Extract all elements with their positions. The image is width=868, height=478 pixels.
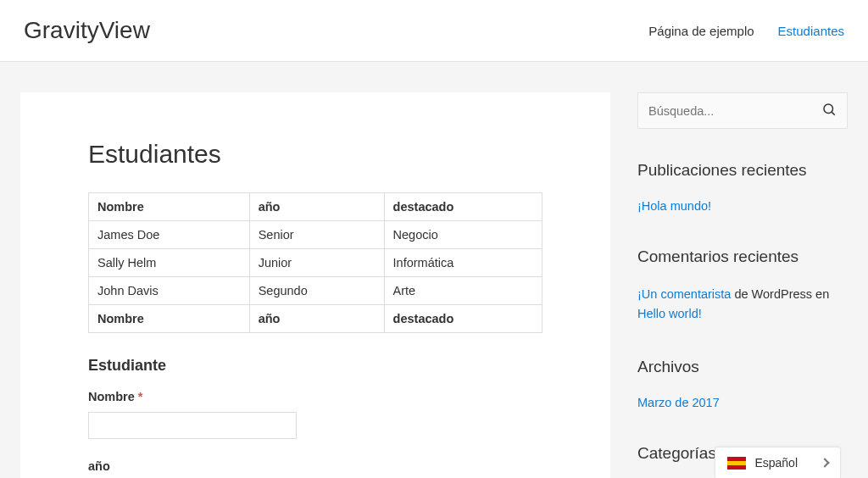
- archive-link[interactable]: Marzo de 2017: [637, 396, 720, 409]
- language-switcher[interactable]: Español: [715, 447, 841, 478]
- recent-comment-item: ¡Un comentarista de WordPress en Hello w…: [637, 285, 848, 324]
- table-row: John Davis Segundo Arte: [89, 277, 542, 305]
- recent-comments-widget: Comentarios recientes ¡Un comentarista d…: [637, 247, 848, 324]
- main-nav: Página de ejemplo Estudiantes: [648, 24, 844, 38]
- main-content: Estudiantes Nombre año destacado James D…: [20, 92, 610, 478]
- nav-link-example-page[interactable]: Página de ejemplo: [648, 24, 754, 38]
- cell-featured: Negocio: [384, 221, 542, 249]
- chevron-right-icon: [820, 458, 829, 467]
- cell-name: Sally Helm: [89, 249, 250, 277]
- nav-link-students[interactable]: Estudiantes: [778, 24, 844, 38]
- table-header-row: Nombre año destacado: [89, 193, 542, 221]
- table-footer-row: Nombre año destacado: [89, 305, 542, 333]
- search-widget: [637, 92, 848, 129]
- table-row: Sally Helm Junior Informática: [89, 249, 542, 277]
- cell-name: James Doe: [89, 221, 250, 249]
- page-title: Estudiantes: [88, 140, 542, 169]
- search-icon: [821, 102, 837, 117]
- cell-year: Junior: [249, 249, 384, 277]
- spain-flag-icon: [727, 457, 746, 470]
- svg-point-0: [824, 104, 833, 114]
- widget-title: Archivos: [637, 358, 848, 376]
- recent-post-link[interactable]: ¡Hola mundo!: [637, 199, 711, 213]
- cell-name: John Davis: [89, 277, 250, 305]
- widget-title: Publicaciones recientes: [637, 161, 848, 180]
- sidebar: Publicaciones recientes ¡Hola mundo! Com…: [637, 92, 848, 478]
- language-name: Español: [754, 456, 798, 470]
- col-footer-featured: destacado: [384, 305, 542, 333]
- search-input[interactable]: [648, 104, 821, 118]
- cell-year: Segundo: [249, 277, 384, 305]
- form-title: Estudiante: [88, 357, 542, 375]
- cell-featured: Informática: [384, 249, 542, 277]
- name-field-label: Nombre *: [88, 390, 542, 403]
- students-table: Nombre año destacado James Doe Senior Ne…: [88, 192, 542, 333]
- site-title[interactable]: GravityView: [24, 17, 150, 44]
- search-button[interactable]: [821, 102, 837, 119]
- col-header-featured: destacado: [384, 193, 542, 221]
- col-footer-name: Nombre: [89, 305, 250, 333]
- recent-posts-widget: Publicaciones recientes ¡Hola mundo!: [637, 161, 848, 214]
- name-label-text: Nombre: [88, 390, 135, 403]
- widget-title: Comentarios recientes: [637, 247, 848, 266]
- page-container: Estudiantes Nombre año destacado James D…: [0, 62, 868, 478]
- comment-author-link[interactable]: ¡Un comentarista: [637, 287, 731, 301]
- cell-featured: Arte: [384, 277, 542, 305]
- comment-middle-text: de WordPress en: [731, 287, 829, 301]
- col-header-name: Nombre: [89, 193, 250, 221]
- required-indicator: *: [138, 390, 143, 403]
- archives-widget: Archivos Marzo de 2017: [637, 358, 848, 410]
- name-input[interactable]: [88, 412, 297, 439]
- col-header-year: año: [249, 193, 384, 221]
- svg-line-1: [832, 112, 834, 114]
- comment-post-link[interactable]: Hello world!: [637, 307, 702, 320]
- year-field-label: año: [88, 459, 542, 473]
- cell-year: Senior: [249, 221, 384, 249]
- table-row: James Doe Senior Negocio: [89, 221, 542, 249]
- site-header: GravityView Página de ejemplo Estudiante…: [0, 0, 868, 62]
- col-footer-year: año: [249, 305, 384, 333]
